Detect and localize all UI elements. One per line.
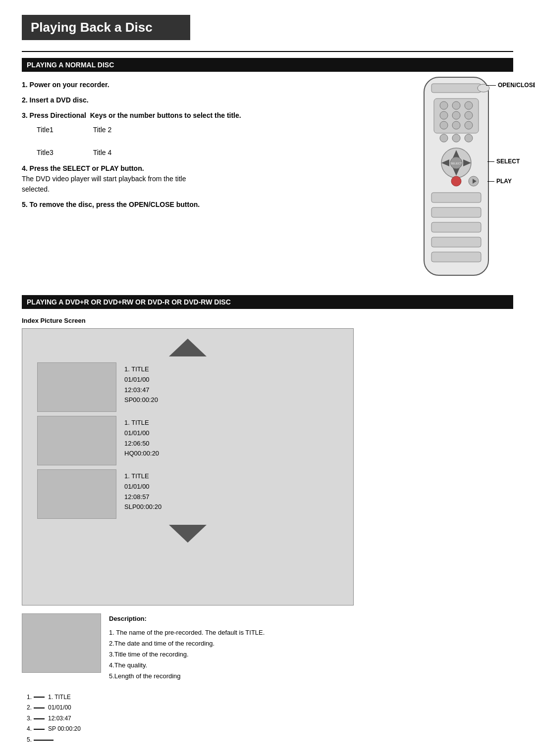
scroll-down-arrow	[169, 525, 207, 543]
legend-row-4: 4. SP 00:00:20	[27, 724, 513, 735]
title-entry-3: 1. TITLE 01/01/00 12:08:57 SLP00:00:20	[37, 469, 338, 519]
title-2-thumbnail	[37, 416, 116, 465]
svg-rect-26	[431, 193, 481, 202]
svg-rect-30	[431, 252, 481, 262]
step-3: 3. Press Directional Keys or the number …	[22, 110, 404, 121]
bottom-legend: 1. 1. TITLE 2. 01/01/00 3. 12:03:47 4. S…	[27, 692, 513, 746]
scroll-up-arrow	[169, 339, 207, 356]
title-2: Title 2	[93, 126, 112, 134]
step-1: 1. Power on your recorder.	[22, 80, 404, 90]
legend-row-5: 5.	[27, 735, 513, 746]
page-title-bar: Playing Back a Disc	[22, 15, 190, 40]
svg-point-10	[440, 121, 448, 129]
select-label: SELECT	[487, 158, 520, 165]
svg-point-6	[465, 101, 473, 109]
legend-row-3: 3. 12:03:47	[27, 713, 513, 724]
title-4: Title 4	[93, 149, 112, 156]
svg-point-7	[440, 111, 448, 119]
svg-point-12	[465, 121, 473, 129]
remote-illustration: SELECT OPEN/CLOSE	[409, 75, 513, 284]
step-4: 4. Press the SELECT or PLAY button. The …	[22, 163, 404, 195]
legend-row-2: 2. 01/01/00	[27, 703, 513, 713]
titles-row1: Title1 Title 2	[37, 126, 404, 134]
title-1: Title1	[37, 126, 54, 134]
step-2: 2. Insert a DVD disc.	[22, 95, 404, 105]
normal-disc-section: PLAYING A NORMAL DISC 1. Power on your r…	[22, 58, 513, 284]
title-3: Title3	[37, 149, 54, 156]
title-entry-1: 1. TITLE 01/01/00 12:03:47 SP00:00:20	[37, 362, 338, 412]
svg-point-15	[465, 134, 473, 142]
play-label: PLAY	[487, 178, 512, 185]
index-screen: 1. TITLE 01/01/00 12:03:47 SP00:00:20 1.…	[22, 328, 354, 605]
svg-rect-27	[431, 207, 481, 217]
svg-rect-28	[431, 222, 481, 232]
title-3-thumbnail	[37, 469, 116, 519]
description-area: Description: 1. The name of the pre-reco…	[22, 613, 354, 682]
normal-disc-text: 1. Power on your recorder. 2. Insert a D…	[22, 80, 404, 284]
legend-row-1: 1. 1. TITLE	[27, 692, 513, 703]
svg-text:SELECT: SELECT	[450, 162, 462, 165]
titles-row2: Title3 Title 4	[37, 149, 404, 156]
title-1-info: 1. TITLE 01/01/00 12:03:47 SP00:00:20	[124, 364, 158, 405]
title-1-thumbnail	[37, 362, 116, 412]
normal-disc-header: PLAYING A NORMAL DISC	[22, 58, 513, 72]
dvdr-section: PLAYING A DVD+R OR DVD+RW OR DVD-R OR DV…	[22, 295, 513, 746]
desc-item-2: 2.The date and time of the recording.	[109, 638, 265, 649]
step-5: 5. To remove the disc, press the OPEN/CL…	[22, 200, 404, 210]
svg-point-25	[451, 176, 461, 186]
title-entry-2: 1. TITLE 01/01/00 12:06:50 HQ00:00:20	[37, 416, 338, 465]
svg-point-13	[440, 134, 448, 142]
svg-point-14	[452, 134, 460, 142]
title-entries: 1. TITLE 01/01/00 12:03:47 SP00:00:20 1.…	[32, 362, 343, 519]
desc-item-5: 5.Length of the recording	[109, 671, 265, 682]
index-picture-label: Index Picture Screen	[22, 317, 513, 324]
desc-item-3: 3.Title time of the recording.	[109, 649, 265, 660]
title-2-info: 1. TITLE 01/01/00 12:06:50 HQ00:00:20	[124, 418, 159, 459]
svg-point-9	[465, 111, 473, 119]
open-close-label: OPEN/CLOSE	[486, 82, 535, 89]
desc-thumbnail	[22, 613, 101, 673]
desc-item-4: 4.The quality.	[109, 660, 265, 671]
svg-point-8	[452, 111, 460, 119]
description-title: Description:	[109, 613, 265, 624]
description-text: Description: 1. The name of the pre-reco…	[109, 613, 265, 682]
title-3-info: 1. TITLE 01/01/00 12:08:57 SLP00:00:20	[124, 471, 161, 512]
svg-rect-1	[431, 84, 481, 93]
desc-item-1: 1. The name of the pre-recorded. The def…	[109, 627, 265, 638]
svg-point-4	[440, 101, 448, 109]
page-title: Playing Back a Disc	[31, 20, 153, 35]
dvdr-header: PLAYING A DVD+R OR DVD+RW OR DVD-R OR DV…	[22, 295, 513, 309]
svg-rect-29	[431, 237, 481, 247]
svg-point-5	[452, 101, 460, 109]
svg-point-11	[452, 121, 460, 129]
